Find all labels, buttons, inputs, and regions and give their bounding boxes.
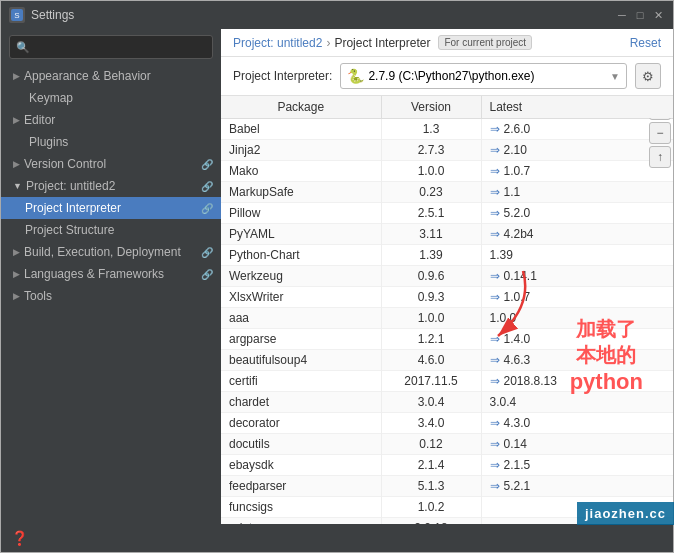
svg-text:S: S (14, 11, 19, 20)
package-version: 3.11 (381, 224, 481, 245)
maximize-button[interactable]: □ (633, 8, 647, 22)
expand-icon: ▶ (13, 71, 20, 81)
search-icon: 🔍 (16, 41, 30, 54)
sidebar-item-label: Project Interpreter (25, 201, 121, 215)
package-latest: ⇒0.14.1 (481, 266, 673, 287)
sidebar-item-keymap[interactable]: Keymap (1, 87, 221, 109)
table-row[interactable]: argparse1.2.1⇒1.4.0 (221, 329, 673, 350)
sidebar-item-editor[interactable]: ▶ Editor (1, 109, 221, 131)
breadcrumb-project-link[interactable]: Project: untitled2 (233, 36, 322, 50)
sidebar-item-label: Project Structure (25, 223, 114, 237)
package-name: decorator (221, 413, 381, 434)
minimize-button[interactable]: ─ (615, 8, 629, 22)
breadcrumb-separator: › (326, 36, 330, 50)
table-row[interactable]: Werkzeug0.9.6⇒0.14.1 (221, 266, 673, 287)
table-row[interactable]: chardet3.0.43.0.4 (221, 392, 673, 413)
package-name: certifi (221, 371, 381, 392)
package-version: 2.1.4 (381, 455, 481, 476)
sidebar-item-project-structure[interactable]: Project Structure (1, 219, 221, 241)
sidebar-item-label: Version Control (24, 157, 106, 171)
package-latest: ⇒4.6.3 (481, 350, 673, 371)
update-arrow-icon: ⇒ (490, 206, 500, 220)
sidebar-item-vcs[interactable]: ▶ Version Control 🔗 (1, 153, 221, 175)
update-arrow-icon: ⇒ (490, 374, 500, 388)
update-arrow-icon: ⇒ (490, 143, 500, 157)
package-version: 1.2.1 (381, 329, 481, 350)
col-header-package: Package (221, 96, 381, 119)
window-title: Settings (31, 8, 74, 22)
table-row[interactable]: MarkupSafe0.23⇒1.1 (221, 182, 673, 203)
interpreter-settings-button[interactable]: ⚙ (635, 63, 661, 89)
sidebar-search[interactable]: 🔍 (9, 35, 213, 59)
remove-package-button[interactable]: − (649, 122, 671, 144)
expand-icon: ▼ (13, 181, 22, 191)
update-arrow-icon: ⇒ (490, 269, 500, 283)
sidebar-item-tools[interactable]: ▶ Tools (1, 285, 221, 307)
update-arrow-icon: ⇒ (490, 353, 500, 367)
package-version: 1.0.2 (381, 497, 481, 518)
interpreter-row: Project Interpreter: 🐍 2.7.9 (C:\Python2… (221, 57, 673, 96)
table-row[interactable]: XlsxWriter0.9.3⇒1.0.7 (221, 287, 673, 308)
table-row[interactable]: ebaysdk2.1.4⇒2.1.5 (221, 455, 673, 476)
update-arrow-icon: ⇒ (490, 122, 500, 136)
update-arrow-icon: ⇒ (490, 416, 500, 430)
table-row[interactable]: decorator3.4.0⇒4.3.0 (221, 413, 673, 434)
sidebar-item-build[interactable]: ▶ Build, Execution, Deployment 🔗 (1, 241, 221, 263)
package-latest: ⇒0.14 (481, 434, 673, 455)
package-version: 3.4.0 (381, 413, 481, 434)
package-version: 0.9.6 (381, 266, 481, 287)
table-row[interactable]: Python-Chart1.391.39 (221, 245, 673, 266)
sidebar-item-label: Editor (24, 113, 55, 127)
sidebar-item-languages[interactable]: ▶ Languages & Frameworks 🔗 (1, 263, 221, 285)
package-name: XlsxWriter (221, 287, 381, 308)
table-row[interactable]: Pillow2.5.1⇒5.2.0 (221, 203, 673, 224)
table-row[interactable]: docutils0.12⇒0.14 (221, 434, 673, 455)
table-row[interactable]: feedparser5.1.3⇒5.2.1 (221, 476, 673, 497)
sidebar-item-label: Tools (24, 289, 52, 303)
sidebar-item-label: Project: untitled2 (26, 179, 115, 193)
table-row[interactable]: beautifulsoup44.6.0⇒4.6.3 (221, 350, 673, 371)
package-version: 5.1.3 (381, 476, 481, 497)
table-row[interactable]: certifi2017.11.5⇒2018.8.13 (221, 371, 673, 392)
close-button[interactable]: ✕ (651, 8, 665, 22)
sidebar-item-label: Build, Execution, Deployment (24, 245, 181, 259)
package-name: feedparser (221, 476, 381, 497)
table-row[interactable]: Mako1.0.0⇒1.0.7 (221, 161, 673, 182)
sidebar-item-appearance[interactable]: ▶ Appearance & Behavior (1, 65, 221, 87)
interpreter-value: 2.7.9 (C:\Python27\python.exe) (368, 69, 534, 83)
table-row[interactable]: Babel1.3⇒2.6.0 (221, 119, 673, 140)
package-latest: 3.0.4 (481, 392, 673, 413)
sidebar-item-label: Languages & Frameworks (24, 267, 164, 281)
package-version: 3.0.4 (381, 392, 481, 413)
table-row[interactable]: aaa1.0.01.0.0 (221, 308, 673, 329)
package-name: beautifulsoup4 (221, 350, 381, 371)
sidebar-item-label: Appearance & Behavior (24, 69, 151, 83)
interpreter-select[interactable]: 🐍 2.7.9 (C:\Python27\python.exe) ▼ (340, 63, 627, 89)
help-button[interactable]: ❓ (9, 528, 29, 548)
expand-icon: ▶ (13, 115, 20, 125)
package-name: aaa (221, 308, 381, 329)
packages-table-container: Package Version Latest Babel1.3⇒2.6.0Jin… (221, 96, 673, 524)
package-latest: ⇒2.10 (481, 140, 673, 161)
table-row[interactable]: PyYAML3.11⇒4.2b4 (221, 224, 673, 245)
package-version: 0.12 (381, 434, 481, 455)
package-version: 0.23 (381, 182, 481, 203)
sidebar-item-project[interactable]: ▼ Project: untitled2 🔗 (1, 175, 221, 197)
breadcrumb-current: Project Interpreter (334, 36, 430, 50)
breadcrumb: Project: untitled2 › Project Interpreter… (221, 29, 673, 57)
reset-button[interactable]: Reset (630, 36, 661, 50)
package-name: Mako (221, 161, 381, 182)
package-version: 2.7.3 (381, 140, 481, 161)
sidebar-item-plugins[interactable]: Plugins (1, 131, 221, 153)
update-arrow-icon: ⇒ (490, 332, 500, 346)
package-latest: ⇒5.2.0 (481, 203, 673, 224)
package-name: MarkupSafe (221, 182, 381, 203)
package-version: 1.0.0 (381, 308, 481, 329)
sidebar: 🔍 ▶ Appearance & Behavior Keymap ▶ Edito… (1, 29, 221, 524)
col-header-latest: Latest (481, 96, 673, 119)
sidebar-item-interpreter[interactable]: Project Interpreter 🔗 (1, 197, 221, 219)
package-version: 1.3 (381, 119, 481, 140)
upgrade-package-button[interactable]: ↑ (649, 146, 671, 168)
package-latest: ⇒2.6.0 (481, 119, 673, 140)
table-row[interactable]: Jinja22.7.3⇒2.10 (221, 140, 673, 161)
